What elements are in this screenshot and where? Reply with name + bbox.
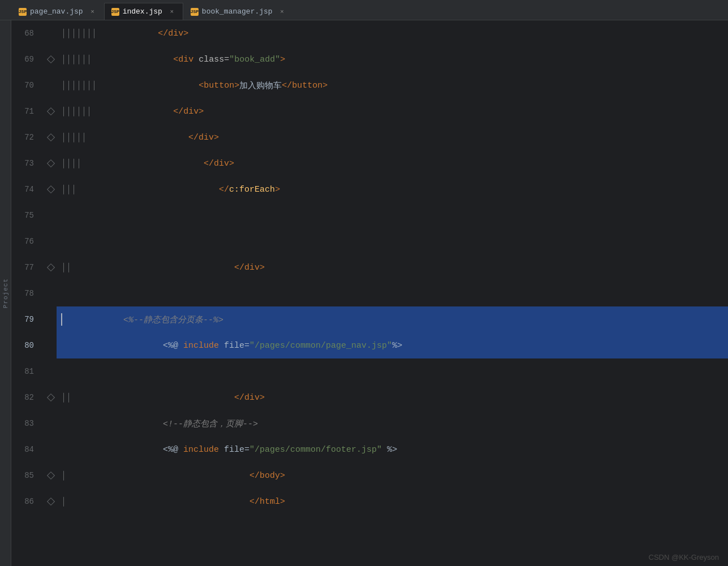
fold-75 bbox=[45, 202, 57, 228]
comment-79: <%--静态包含分页条--%> bbox=[123, 314, 223, 325]
tab-book-manager[interactable]: JSP book_manager.jsp × bbox=[183, 3, 294, 20]
fold-81 bbox=[45, 358, 57, 384]
tag-closediv-82: </div> bbox=[234, 393, 265, 403]
code-line-80: <%@ include file="/pages/common/page_nav… bbox=[57, 332, 728, 358]
keyword-include: include bbox=[183, 341, 219, 351]
code-line-85: │ </body> bbox=[57, 463, 728, 489]
line-num-85: 85 bbox=[11, 463, 40, 489]
jsp-open-84: <%@ bbox=[163, 445, 183, 455]
fold-72 bbox=[45, 124, 57, 150]
line-num-70: 70 bbox=[11, 72, 40, 98]
fold-84 bbox=[45, 437, 57, 463]
fold-diamond-69[interactable] bbox=[47, 55, 55, 63]
sidebar-label: Project bbox=[2, 278, 9, 308]
tag-c-foreach: c:forEach bbox=[229, 185, 275, 195]
line-num-83: 83 bbox=[11, 411, 40, 437]
code-line-82: ││ </div> bbox=[57, 384, 728, 411]
tab-icon-book-manager: JSP bbox=[191, 8, 199, 16]
line-num-81: 81 bbox=[11, 358, 40, 384]
code-line-69: ││││││ <div class="book_add"> bbox=[57, 46, 728, 72]
tab-page-nav[interactable]: JSP page_nav.jsp × bbox=[11, 3, 104, 20]
fold-70 bbox=[45, 72, 57, 98]
fold-diamond-86[interactable] bbox=[47, 498, 55, 505]
line-num-86: 86 bbox=[11, 489, 40, 515]
jsp-open-80: <%@ bbox=[163, 341, 183, 351]
code-line-84: <%@ include file="/pages/common/footer.j… bbox=[57, 437, 728, 463]
tag-body-close: </body> bbox=[249, 471, 285, 481]
code-line-77: ││ </div> bbox=[57, 254, 728, 280]
line-num-76: 76 bbox=[11, 228, 40, 254]
fold-78 bbox=[45, 280, 57, 306]
tab-label-index: index.jsp bbox=[123, 7, 162, 16]
line-num-75: 75 bbox=[11, 202, 40, 228]
code-line-81 bbox=[57, 358, 728, 384]
fold-85 bbox=[45, 463, 57, 489]
code-line-73: ││││ </div> bbox=[57, 150, 728, 176]
tag-closediv-72: </div> bbox=[188, 133, 219, 142]
tag-foreach-close: </ bbox=[219, 185, 229, 195]
string-page-nav-path: "/pages/common/page_nav.jsp" bbox=[249, 341, 392, 351]
tag-closediv-71: </div> bbox=[173, 107, 204, 116]
tab-label-book-manager: book_manager.jsp bbox=[202, 7, 273, 16]
tag-html-close: </html> bbox=[249, 497, 285, 507]
line-numbers: 68 69 70 71 72 73 74 75 76 77 78 79 80 8… bbox=[11, 20, 45, 566]
watermark: CSDN @KK-Greyson bbox=[649, 553, 719, 561]
comment-83: <!--静态包含，页脚--> bbox=[163, 418, 258, 429]
fold-diamond-82[interactable] bbox=[47, 394, 55, 401]
fold-diamond-72[interactable] bbox=[47, 133, 55, 141]
fold-diamond-77[interactable] bbox=[47, 263, 55, 271]
line-num-79: 79 bbox=[11, 306, 40, 332]
fold-diamond-71[interactable] bbox=[47, 107, 55, 115]
code-line-78 bbox=[57, 280, 728, 306]
fold-diamond-73[interactable] bbox=[47, 159, 55, 167]
keyword-include-84: include bbox=[183, 445, 219, 455]
line-num-72: 72 bbox=[11, 124, 40, 150]
line-num-77: 77 bbox=[11, 254, 40, 280]
tab-bar: JSP page_nav.jsp × JSP index.jsp × JSP b… bbox=[0, 0, 728, 20]
code-line-74: │││ </c:forEach> bbox=[57, 176, 728, 202]
line-num-73: 73 bbox=[11, 150, 40, 176]
fold-69 bbox=[45, 46, 57, 72]
line-num-78: 78 bbox=[11, 280, 40, 306]
code-content[interactable]: │││││││ </div> ││││││ <div class="book_a… bbox=[57, 20, 728, 566]
code-editor[interactable]: 68 69 70 71 72 73 74 75 76 77 78 79 80 8… bbox=[11, 20, 728, 566]
string-book-add: "book_add" bbox=[229, 55, 280, 64]
tab-index[interactable]: JSP index.jsp × bbox=[104, 3, 183, 20]
code-line-75 bbox=[57, 202, 728, 228]
line-num-82: 82 bbox=[11, 384, 40, 411]
tab-label-page-nav: page_nav.jsp bbox=[30, 7, 83, 16]
code-line-79: <%--静态包含分页条--%> bbox=[57, 306, 728, 332]
fold-83 bbox=[45, 411, 57, 437]
string-footer-path: "/pages/common/footer.jsp" bbox=[249, 445, 382, 455]
fold-79 bbox=[45, 306, 57, 332]
code-line-70: │││││││ <button>加入购物车</button> bbox=[57, 72, 728, 98]
line-num-68: 68 bbox=[11, 20, 40, 46]
fold-77 bbox=[45, 254, 57, 280]
text-addcart: 加入购物车 bbox=[239, 80, 282, 91]
tag-div-add-69: <div bbox=[173, 55, 199, 64]
fold-71 bbox=[45, 98, 57, 124]
line-num-74: 74 bbox=[11, 176, 40, 202]
tab-icon-index: JSP bbox=[111, 8, 119, 16]
line-num-80: 80 bbox=[11, 332, 40, 358]
fold-diamond-85[interactable] bbox=[47, 472, 55, 479]
tab-icon-page-nav: JSP bbox=[19, 8, 27, 16]
tab-close-page-nav[interactable]: × bbox=[89, 8, 97, 16]
fold-68 bbox=[45, 20, 57, 46]
tag-closediv-68: </div> bbox=[158, 29, 188, 38]
project-sidebar[interactable]: Project bbox=[0, 20, 11, 566]
fold-86 bbox=[45, 489, 57, 515]
fold-76 bbox=[45, 228, 57, 254]
code-line-68: │││││││ </div> bbox=[57, 20, 728, 46]
line-num-71: 71 bbox=[11, 98, 40, 124]
tab-close-index[interactable]: × bbox=[168, 8, 176, 16]
tag-button-70: <button> bbox=[199, 81, 239, 90]
code-line-76 bbox=[57, 228, 728, 254]
editor-container: Project 68 69 70 71 72 73 74 75 76 77 78… bbox=[0, 20, 728, 566]
fold-74 bbox=[45, 176, 57, 202]
tab-close-book-manager[interactable]: × bbox=[278, 8, 286, 16]
tag-closediv-73: </div> bbox=[204, 159, 234, 168]
fold-diamond-74[interactable] bbox=[47, 185, 55, 193]
gutter bbox=[45, 20, 57, 566]
code-line-83: <!--静态包含，页脚--> bbox=[57, 411, 728, 437]
